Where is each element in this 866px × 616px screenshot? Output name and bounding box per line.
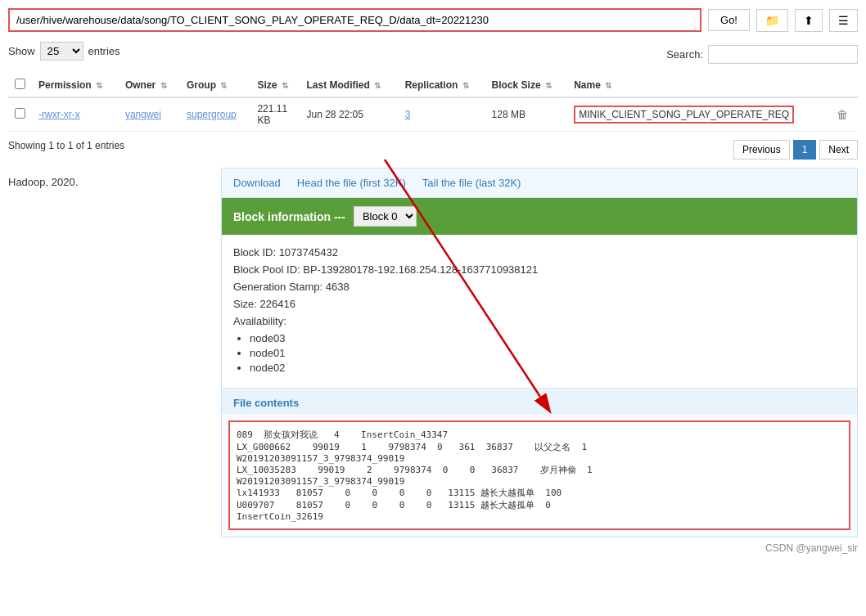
col-size: Size ⇅ [250, 74, 300, 97]
select-all-col [8, 74, 32, 97]
table-header-row: Permission ⇅ Owner ⇅ Group ⇅ Size ⇅ Last… [8, 74, 858, 97]
node-item: node02 [250, 362, 846, 374]
tail-file-link[interactable]: Tail the file (last 32K) [422, 177, 521, 189]
go-button[interactable]: Go! [708, 9, 750, 31]
table-row: -rwxr-xr-x yangwei supergroup 221.11KB J… [8, 97, 858, 132]
file-links: Download Head the file (first 32K) Tail … [222, 169, 857, 198]
filename-highlight: MINIK_CLIENT_SONG_PLAY_OPERATE_REQ [574, 106, 794, 124]
previous-button[interactable]: Previous [733, 140, 790, 160]
csdn-credit: CSDN @yangwei_sir [8, 542, 858, 554]
col-block-size: Block Size ⇅ [485, 74, 568, 97]
node-item: node01 [250, 347, 846, 359]
row-size: 221.11KB [250, 97, 300, 132]
search-input[interactable] [708, 45, 858, 64]
main-area: Hadoop, 2020. Download Head the file (fi… [8, 168, 858, 537]
delete-button[interactable]: 🗑 [837, 108, 848, 121]
generation-stamp-row: Generation Stamp: 4638 [233, 281, 846, 293]
block-info-label: Block information --- [233, 210, 345, 223]
folder-icon-button[interactable]: 📁 [756, 9, 788, 32]
block-select[interactable]: Block 0 Block 1 Block 2 [354, 206, 417, 227]
row-owner: yangwei [119, 97, 180, 132]
block-id-label: Block ID: [233, 246, 276, 259]
replication-link[interactable]: 3 [405, 109, 411, 120]
permission-link[interactable]: -rwxr-xr-x [38, 109, 80, 120]
node-list: node03 node01 node02 [250, 332, 846, 374]
row-block-size: 128 MB [485, 97, 568, 132]
availability-label: Availability: [233, 315, 286, 327]
row-replication: 3 [399, 97, 485, 132]
top-controls: Show 10 25 50 100 entries Search: [8, 42, 858, 67]
showing-text: Showing 1 to 1 of 1 entries [8, 140, 124, 151]
search-area: Search: [666, 45, 858, 64]
page-1-button[interactable]: 1 [793, 140, 817, 160]
generation-stamp-value: 4638 [326, 281, 350, 293]
col-permission: Permission ⇅ [32, 74, 119, 97]
node-item: node03 [250, 332, 846, 344]
block-pool-id-row: Block Pool ID: BP-139280178-192.168.254.… [233, 263, 846, 276]
col-name: Name ⇅ [567, 74, 830, 97]
select-all-checkbox[interactable] [15, 79, 25, 89]
col-last-modified: Last Modified ⇅ [300, 74, 399, 97]
row-permission: -rwxr-xr-x [32, 97, 119, 132]
group-link[interactable]: supergroup [187, 109, 237, 120]
row-checkbox-cell [8, 97, 32, 132]
file-contents-header: File contents [222, 389, 857, 414]
right-panel: Download Head the file (first 32K) Tail … [221, 168, 858, 537]
path-input[interactable] [8, 8, 701, 32]
generation-stamp-label: Generation Stamp: [233, 281, 322, 293]
block-pool-id-label: Block Pool ID: [233, 263, 300, 276]
pagination: Previous 1 Next [733, 140, 858, 160]
size-value: 226416 [260, 298, 295, 310]
row-last-modified: Jun 28 22:05 [300, 97, 399, 132]
owner-link[interactable]: yangwei [125, 109, 161, 120]
grid-icon-button[interactable]: ☰ [829, 9, 858, 32]
col-owner: Owner ⇅ [119, 74, 180, 97]
show-label: Show [8, 45, 35, 57]
block-pool-id-value: BP-139280178-192.168.254.128-16377109381… [303, 263, 538, 276]
availability-row: Availability: [233, 315, 846, 327]
upload-icon-button[interactable]: ⬆ [795, 9, 823, 32]
block-id-row: Block ID: 1073745432 [233, 246, 846, 259]
entries-label: entries [88, 45, 120, 57]
file-contents-box: 089 那女孩对我说 4 InsertCoin_43347 LX_G000662… [228, 420, 850, 530]
block-details: Block ID: 1073745432 Block Pool ID: BP-1… [222, 235, 857, 389]
row-checkbox[interactable] [15, 108, 25, 119]
col-actions [830, 74, 858, 97]
download-link[interactable]: Download [233, 177, 281, 189]
row-name: MINIK_CLIENT_SONG_PLAY_OPERATE_REQ [567, 97, 830, 132]
row-group: supergroup [180, 97, 250, 132]
search-label: Search: [666, 48, 703, 61]
show-entries: Show 10 25 50 100 entries [8, 42, 120, 61]
left-area: Hadoop, 2020. [8, 168, 205, 537]
path-bar: Go! 📁 ⬆ ☰ [8, 8, 858, 32]
entries-select[interactable]: 10 25 50 100 [40, 42, 83, 61]
file-table: Permission ⇅ Owner ⇅ Group ⇅ Size ⇅ Last… [8, 74, 858, 132]
row-delete-cell: 🗑 [830, 97, 858, 132]
col-group: Group ⇅ [180, 74, 250, 97]
head-file-link[interactable]: Head the file (first 32K) [297, 177, 406, 189]
block-id-value: 1073745432 [279, 246, 338, 259]
next-button[interactable]: Next [819, 140, 858, 160]
size-label: Size: [233, 298, 257, 310]
col-replication: Replication ⇅ [399, 74, 485, 97]
block-info-header: Block information --- Block 0 Block 1 Bl… [222, 198, 857, 235]
size-row: Size: 226416 [233, 298, 846, 310]
hadoop-text: Hadoop, 2020. [8, 176, 205, 188]
